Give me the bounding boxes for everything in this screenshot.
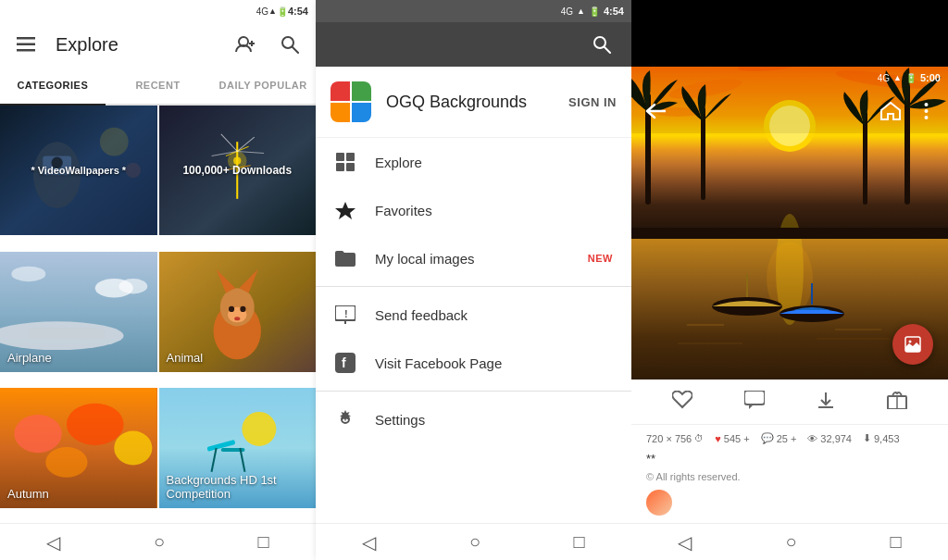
panel-image-detail: 4G ▲ 🔋 5:00 bbox=[631, 0, 948, 560]
explore-menu-icon bbox=[334, 151, 356, 173]
recents-button-2[interactable]: □ bbox=[574, 531, 585, 553]
image-topbar-overlay: 4G ▲ 🔋 5:00 bbox=[631, 67, 948, 133]
status-time-1: 4:54 bbox=[288, 6, 308, 17]
home-button-1[interactable]: ○ bbox=[154, 531, 165, 553]
facebook-icon: f bbox=[334, 352, 356, 374]
svg-point-49 bbox=[242, 412, 276, 446]
menu-header: OGQ Backgrounds SIGN IN bbox=[316, 67, 631, 138]
local-images-menu-label: My local images bbox=[375, 251, 569, 267]
fab-button[interactable] bbox=[892, 324, 933, 365]
panel-menu: 4G ▲ 🔋 4:54 OGQ Backgrounds SIGN IN bbox=[316, 0, 631, 560]
app-name-label: OGQ Backgrounds bbox=[386, 93, 554, 112]
svg-rect-79 bbox=[631, 228, 948, 239]
svg-line-51 bbox=[605, 47, 610, 53]
logo-q1 bbox=[331, 81, 350, 101]
menu-item-facebook[interactable]: f Visit Facebook Page bbox=[316, 339, 631, 387]
star-icon bbox=[334, 199, 356, 221]
svg-point-41 bbox=[67, 404, 124, 445]
nav-bar-1: ◁ ○ □ bbox=[0, 523, 316, 560]
grid-cell-video[interactable]: * VideoWallpapers * bbox=[0, 106, 157, 235]
menu-item-local[interactable]: My local images NEW bbox=[316, 234, 631, 282]
status-signal-3: 4G bbox=[878, 73, 890, 83]
category-grid: * VideoWallpapers * bbox=[0, 106, 316, 523]
explore-title: Explore bbox=[56, 34, 216, 56]
svg-rect-55 bbox=[346, 163, 355, 171]
status-signal-1: 4G bbox=[256, 6, 268, 17]
download-action-icon[interactable] bbox=[817, 391, 835, 414]
search-icon[interactable] bbox=[275, 30, 305, 59]
svg-text:f: f bbox=[342, 355, 346, 370]
grid-cell-competition[interactable]: Backgrounds HD 1st Competition bbox=[159, 388, 317, 508]
back-button-1[interactable]: ◁ bbox=[46, 531, 60, 554]
more-options-icon[interactable] bbox=[911, 96, 941, 126]
home-icon[interactable] bbox=[874, 94, 907, 128]
grid-cell-animal[interactable]: Animal bbox=[159, 252, 317, 372]
tab-daily-popular[interactable]: DAILY POPULAR bbox=[210, 67, 316, 104]
comment-action-icon[interactable] bbox=[744, 391, 765, 414]
new-badge: NEW bbox=[588, 253, 613, 264]
image-meta-panel: 720 × 756 ⏱ ♥ 545 + 💬 25 + 👁 32,974 ⬇ bbox=[631, 424, 948, 523]
grid-cell-autumn[interactable]: Autumn bbox=[0, 388, 157, 508]
sign-in-button[interactable]: SIGN IN bbox=[568, 95, 617, 109]
image-container: 4G ▲ 🔋 5:00 bbox=[631, 67, 948, 380]
back-button-3[interactable]: ◁ bbox=[678, 531, 692, 554]
feedback-icon: ! bbox=[334, 304, 356, 326]
hamburger-icon[interactable] bbox=[11, 30, 41, 59]
grid-cell-airplane[interactable]: Airplane bbox=[0, 252, 157, 372]
panel-explore: 4G ▲ 🔋 4:54 Explore CATEGORIES RECENT DA… bbox=[0, 0, 316, 560]
svg-point-90 bbox=[924, 116, 928, 119]
home-button-2[interactable]: ○ bbox=[469, 531, 480, 553]
user-row bbox=[646, 490, 933, 516]
logo-q3 bbox=[331, 103, 350, 122]
svg-rect-1 bbox=[17, 44, 35, 46]
menu-item-favorites[interactable]: Favorites bbox=[316, 186, 631, 234]
svg-point-43 bbox=[45, 447, 87, 478]
image-actions-row bbox=[631, 380, 948, 424]
svg-rect-93 bbox=[744, 391, 765, 404]
menu-divider-2 bbox=[316, 391, 631, 392]
signal-icon-3: ▲ bbox=[893, 73, 902, 82]
menu-time: 4:54 bbox=[604, 6, 624, 17]
status-battery-1: 🔋 bbox=[277, 6, 288, 17]
app-logo bbox=[331, 81, 371, 122]
user-avatar[interactable] bbox=[646, 490, 672, 516]
panel3-inner: 4G ▲ 🔋 5:00 bbox=[631, 0, 948, 560]
favorites-menu-label: Favorites bbox=[375, 203, 613, 218]
folder-icon bbox=[334, 247, 356, 269]
back-button-2[interactable]: ◁ bbox=[362, 531, 376, 554]
svg-point-38 bbox=[234, 317, 240, 320]
nav-bar-3: ◁ ○ □ bbox=[631, 523, 948, 560]
logo-q4 bbox=[352, 103, 371, 122]
svg-text:!: ! bbox=[344, 308, 348, 319]
menu-search-icon[interactable] bbox=[587, 30, 617, 59]
explore-menu-label: Explore bbox=[375, 155, 613, 170]
like-action-icon[interactable] bbox=[672, 391, 692, 414]
svg-rect-52 bbox=[336, 153, 344, 161]
tab-categories[interactable]: CATEGORIES bbox=[0, 67, 106, 104]
status-signal-icon-1: ▲ bbox=[268, 6, 277, 16]
svg-point-40 bbox=[14, 415, 61, 453]
tabs-bar: CATEGORIES RECENT DAILY POPULAR bbox=[0, 67, 316, 106]
home-button-3[interactable]: ○ bbox=[785, 531, 796, 553]
menu-divider-1 bbox=[316, 286, 631, 287]
recents-button-1[interactable]: □ bbox=[258, 531, 269, 553]
logo-q2 bbox=[352, 81, 371, 101]
cell-label-competition: Backgrounds HD 1st Competition bbox=[167, 473, 317, 501]
image-description: ** bbox=[646, 448, 933, 469]
menu-item-settings[interactable]: Settings bbox=[316, 395, 631, 443]
facebook-menu-label: Visit Facebook Page bbox=[375, 355, 613, 371]
svg-point-92 bbox=[909, 341, 912, 343]
back-arrow-icon[interactable] bbox=[639, 94, 672, 128]
menu-item-feedback[interactable]: ! Send feedback bbox=[316, 291, 631, 339]
tab-recent[interactable]: RECENT bbox=[106, 67, 211, 104]
svg-point-36 bbox=[228, 305, 233, 311]
meta-dimensions: 720 × 756 ⏱ bbox=[646, 433, 704, 444]
gift-action-icon[interactable] bbox=[887, 391, 907, 414]
add-person-icon[interactable] bbox=[231, 30, 260, 59]
grid-cell-downloads[interactable]: 100,000+ Downloads bbox=[159, 106, 317, 235]
recents-button-3[interactable]: □ bbox=[890, 531, 901, 553]
menu-item-explore[interactable]: Explore bbox=[316, 138, 631, 186]
image-app-bar bbox=[631, 89, 948, 133]
svg-point-42 bbox=[114, 431, 152, 466]
settings-icon bbox=[334, 408, 356, 430]
